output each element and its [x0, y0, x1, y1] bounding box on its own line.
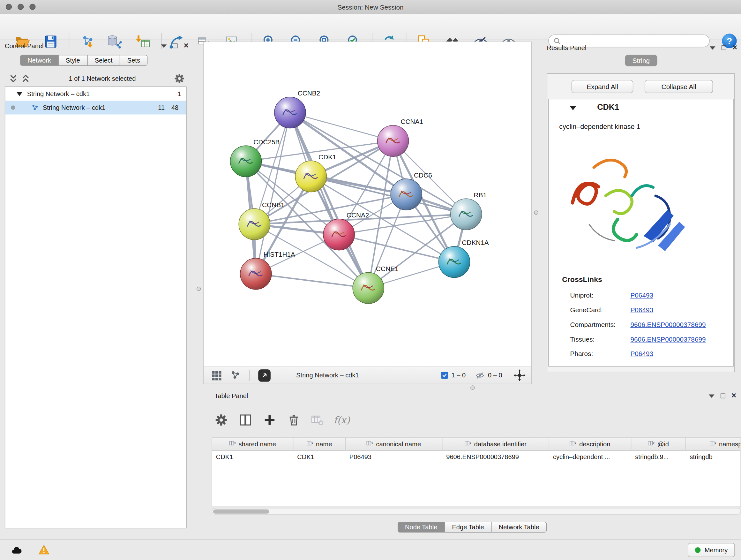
table-cell[interactable]: CDK1 — [212, 451, 293, 463]
node-label-HIST1H1A: HIST1H1A — [264, 251, 295, 258]
column-icon — [710, 440, 716, 448]
node-table[interactable]: shared namenamecanonical namedatabase id… — [212, 437, 741, 507]
crosslink-row: GeneCard:P06493 — [570, 302, 705, 317]
section-collapse-icon[interactable] — [569, 106, 576, 110]
crosslink-value-link[interactable]: P06493 — [630, 350, 653, 357]
panel-float-icon[interactable] — [721, 394, 725, 398]
memory-button[interactable]: Memory — [688, 543, 735, 557]
tab-sets[interactable]: Sets — [120, 55, 147, 66]
splitter-handle[interactable] — [534, 210, 538, 214]
network-status-dot-icon — [11, 105, 15, 110]
show-columns-icon[interactable] — [236, 411, 255, 429]
splitter-handle[interactable] — [197, 287, 201, 291]
status-bar: Memory — [0, 539, 741, 560]
network-node-HIST1H1A[interactable] — [240, 258, 272, 290]
delete-column-icon[interactable] — [284, 411, 304, 429]
network-node-CCNB2[interactable] — [274, 97, 306, 128]
disclosure-triangle-icon[interactable] — [17, 92, 22, 96]
tab-node-table[interactable]: Node Table — [397, 522, 445, 533]
column-header-canonical-name[interactable]: canonical name — [346, 438, 442, 450]
gear-icon[interactable] — [174, 73, 185, 84]
network-node-CCNB1[interactable] — [239, 208, 270, 240]
scrollbar-thumb[interactable] — [213, 509, 269, 513]
add-column-icon[interactable] — [260, 411, 279, 429]
pan-crosshair-icon[interactable] — [514, 369, 525, 381]
network-row[interactable]: String Network – cdk1 11 48 — [5, 101, 186, 115]
network-node-CCNA2[interactable] — [323, 219, 354, 250]
network-node-CCNA1[interactable] — [378, 125, 409, 157]
node-label-CCNA2: CCNA2 — [347, 211, 369, 219]
column-header-namespace[interactable]: namespace — [686, 438, 741, 450]
splitter-handle[interactable] — [470, 385, 475, 389]
crosslink-label: Pharos: — [570, 350, 630, 357]
panel-close-icon[interactable]: × — [731, 394, 736, 398]
results-panel-title: Results Panel — [547, 44, 587, 51]
table-cell[interactable]: P06493 — [346, 451, 442, 463]
expand-all-icon[interactable] — [21, 74, 30, 83]
table-cell[interactable]: cyclin–dependent ... — [549, 451, 631, 463]
panel-menu-icon[interactable] — [161, 44, 166, 48]
warning-icon[interactable] — [34, 543, 53, 557]
column-icon — [307, 440, 313, 448]
table-cell[interactable]: stringdb — [686, 451, 741, 463]
column-header-description[interactable]: description — [549, 438, 631, 450]
column-icon — [367, 440, 374, 448]
column-header-name[interactable]: name — [293, 438, 346, 450]
table-cell[interactable]: CDK1 — [293, 451, 346, 463]
column-header-shared-name[interactable]: shared name — [212, 438, 293, 450]
selected-nodes-checkbox-icon[interactable] — [441, 372, 448, 379]
window-title: Session: New Session — [337, 3, 403, 11]
delete-table-icon — [308, 411, 327, 429]
network-view[interactable]: CCNB2CCNA1CDC25BCDK1CDC6RB1CCNB1CCNA2CDK… — [203, 42, 532, 384]
column-icon — [465, 440, 471, 448]
panel-menu-icon[interactable] — [710, 46, 716, 49]
tab-style[interactable]: Style — [59, 55, 88, 66]
network-canvas[interactable]: CCNB2CCNA1CDC25BCDK1CDC6RB1CCNB1CCNA2CDK… — [204, 42, 531, 367]
memory-label: Memory — [704, 547, 728, 554]
close-window-button[interactable] — [6, 4, 12, 10]
network-icon — [31, 104, 39, 111]
network-node-CDC25B[interactable] — [230, 145, 261, 177]
panel-close-icon[interactable]: × — [184, 44, 189, 48]
panel-float-icon[interactable] — [173, 44, 178, 48]
function-builder-icon[interactable]: f(x) — [332, 411, 351, 429]
crosslink-row: Tissues:9606.ENSP00000378699 — [570, 331, 705, 346]
crosslink-value-link[interactable]: P06493 — [630, 291, 653, 299]
horizontal-scrollbar[interactable] — [212, 508, 741, 515]
tab-edge-table[interactable]: Edge Table — [445, 522, 491, 533]
collapse-all-icon[interactable] — [9, 74, 18, 83]
crosslink-value-link[interactable]: P06493 — [630, 306, 653, 314]
panel-float-icon[interactable] — [722, 45, 726, 50]
network-edge-count: 48 — [172, 104, 179, 111]
network-node-CDC6[interactable] — [391, 179, 422, 210]
expand-all-button[interactable]: Expand All — [571, 80, 633, 93]
table-cell[interactable]: 9606.ENSP00000378699 — [442, 451, 549, 463]
crosslink-value-link[interactable]: 9606.ENSP00000378699 — [630, 320, 705, 328]
tab-string[interactable]: String — [625, 55, 657, 66]
network-node-RB1[interactable] — [451, 199, 482, 230]
panel-menu-icon[interactable] — [709, 394, 715, 397]
table-cell[interactable]: stringdb:9... — [631, 451, 686, 463]
network-node-CDK1[interactable] — [295, 161, 327, 192]
column-header--id[interactable]: @id — [631, 438, 686, 450]
network-tree: String Network – cdk1 1 String Network –… — [5, 86, 187, 528]
panel-close-icon[interactable]: × — [732, 45, 737, 50]
birds-eye-view-icon[interactable] — [211, 370, 222, 381]
network-collection-row[interactable]: String Network – cdk1 1 — [5, 87, 186, 101]
network-node-CCNE1[interactable] — [353, 272, 384, 304]
tab-select[interactable]: Select — [87, 55, 120, 66]
network-node-CDKN1A[interactable] — [439, 246, 470, 278]
open-in-browser-icon[interactable] — [258, 369, 271, 381]
tab-network[interactable]: Network — [20, 55, 58, 66]
table-gear-icon[interactable] — [212, 411, 231, 429]
network-overview-icon[interactable] — [230, 370, 241, 381]
tab-network-table[interactable]: Network Table — [491, 522, 547, 533]
collapse-all-button[interactable]: Collapse All — [645, 80, 713, 93]
memory-status-dot-icon — [695, 547, 701, 553]
table-row[interactable]: CDK1CDK1P064939606.ENSP00000378699cyclin… — [212, 451, 741, 463]
zoom-window-button[interactable] — [29, 4, 36, 10]
crosslink-value-link[interactable]: 9606.ENSP00000378699 — [630, 335, 705, 343]
column-header-database-identifier[interactable]: database identifier — [442, 438, 549, 450]
cloud-icon[interactable] — [8, 543, 26, 557]
minimize-window-button[interactable] — [17, 4, 23, 10]
